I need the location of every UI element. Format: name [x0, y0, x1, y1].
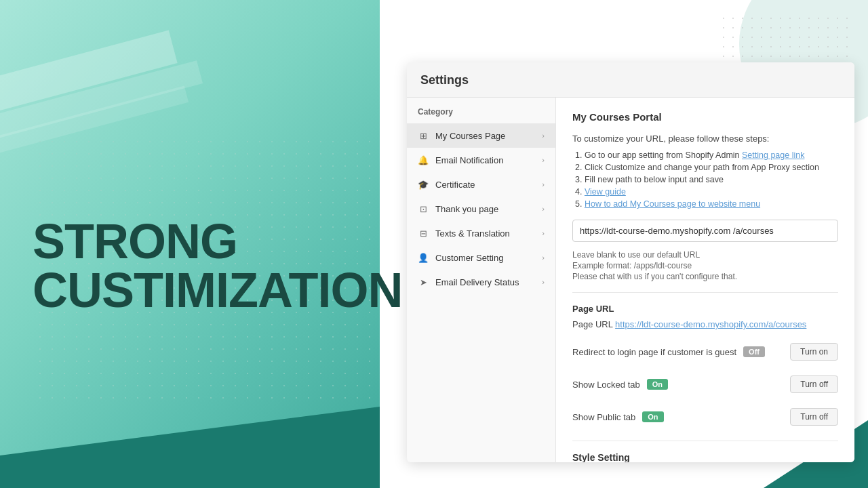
toggle-locked-status: On — [647, 379, 668, 390]
steps-list: 1. Go to our app setting from Shopify Ad… — [572, 150, 838, 209]
chevron-right-icon: › — [542, 180, 545, 188]
hint-1: Leave blank to use our default URL — [572, 250, 838, 260]
page-url-link[interactable]: https://ldt-course-demo.myshopify.com/a/… — [615, 319, 806, 329]
sidebar-item-left: ➤ Email Delivery Status — [418, 277, 519, 287]
url-input[interactable] — [572, 220, 838, 242]
toggle-redirect-label: Redirect to login page if customer is gu… — [572, 347, 736, 357]
sidebar-item-my-courses-page[interactable]: ⊞ My Courses Page › — [407, 123, 555, 148]
settings-header: Settings — [407, 62, 854, 98]
sidebar-item-customer-setting[interactable]: 👤 Customer Setting › — [407, 245, 555, 270]
toggle-locked-label: Show Locked tab — [572, 380, 640, 390]
step-2: 2. Click Customize and change your path … — [572, 163, 838, 172]
view-guide-link[interactable]: View guide — [585, 187, 626, 197]
section-divider-1 — [572, 292, 838, 293]
certificate-icon: 🎓 — [418, 179, 429, 190]
step-2-text: Click Customize and change your path fro… — [585, 163, 819, 172]
grid-icon: ⊞ — [418, 130, 429, 141]
sidebar-label-certificate: Certificate — [435, 180, 475, 190]
step-4-num: 4. — [575, 187, 582, 197]
toggle-public-status: On — [642, 411, 663, 422]
chevron-right-icon: › — [542, 229, 545, 237]
step-1: 1. Go to our app setting from Shopify Ad… — [572, 150, 838, 160]
settings-panel: Settings Category ⊞ My Courses Page › 🔔 … — [407, 62, 854, 462]
sidebar-item-email-notification[interactable]: 🔔 Email Notification › — [407, 148, 555, 172]
sidebar-label-my-courses: My Courses Page — [435, 131, 505, 141]
url-input-row — [572, 220, 838, 242]
sidebar-item-left: ⊟ Texts & Translation — [418, 228, 510, 239]
chevron-right-icon: › — [542, 205, 545, 213]
hint-3-end: if you can't configure that. — [642, 272, 737, 281]
sidebar-item-certificate[interactable]: 🎓 Certificate › — [407, 172, 555, 197]
chevron-right-icon: › — [542, 156, 545, 164]
bell-icon: 🔔 — [418, 155, 429, 165]
sidebar-item-left: 🎓 Certificate — [418, 179, 475, 190]
setting-page-link[interactable]: Setting page link — [742, 150, 804, 160]
sidebar-item-thank-you-page[interactable]: ⊡ Thank you page › — [407, 197, 555, 221]
page-url-section: Page URL Page URL https://ldt-course-dem… — [572, 304, 838, 329]
toggle-redirect-button[interactable]: Turn on — [790, 343, 838, 361]
sidebar-label-thank-you: Thank you page — [435, 204, 498, 214]
toggle-left-public: Show Public tab On — [572, 411, 664, 422]
toggle-public-tab: Show Public tab On Turn off — [572, 404, 838, 430]
chevron-right-icon: › — [542, 253, 545, 262]
hint-3-text: Please — [572, 272, 599, 281]
settings-sidebar: Category ⊞ My Courses Page › 🔔 Email Not… — [407, 98, 556, 462]
send-icon: ➤ — [418, 277, 429, 287]
user-icon: 👤 — [418, 252, 429, 263]
sidebar-label-customer: Customer Setting — [435, 253, 503, 263]
sidebar-item-left: ⊞ My Courses Page — [418, 130, 505, 141]
page-url-prefix: Page URL — [572, 319, 615, 329]
toggle-locked-tab: Show Locked tab On Turn off — [572, 371, 838, 397]
settings-body: Category ⊞ My Courses Page › 🔔 Email Not… — [407, 98, 854, 462]
settings-content: My Courses Portal To customize your URL,… — [556, 98, 854, 462]
hint-2: Example format: /apps/ldt-course — [572, 261, 838, 270]
toggle-public-button[interactable]: Turn off — [790, 408, 838, 426]
page-url-heading: Page URL — [572, 304, 838, 314]
chat-with-us-link[interactable]: chat with us — [599, 272, 642, 281]
step-2-num: 2. — [575, 163, 582, 172]
add-courses-menu-link[interactable]: How to add My Courses page to website me… — [585, 199, 760, 209]
step-4: 4. View guide — [572, 187, 838, 197]
translate-icon: ⊟ — [418, 228, 429, 239]
section-divider-2 — [572, 441, 838, 441]
toggle-locked-button[interactable]: Turn off — [790, 375, 838, 393]
hero-line2: CUSTIMIZATION — [33, 266, 403, 314]
step-5: 5. How to add My Courses page to website… — [572, 199, 838, 209]
sidebar-label-delivery: Email Delivery Status — [435, 277, 519, 287]
sidebar-item-texts-translation[interactable]: ⊟ Texts & Translation › — [407, 221, 555, 245]
layout-icon: ⊡ — [418, 203, 429, 214]
step-1-text: Go to our app setting from Shopify Admin — [585, 150, 742, 160]
toggle-left-locked: Show Locked tab On — [572, 379, 668, 390]
sidebar-item-email-delivery[interactable]: ➤ Email Delivery Status › — [407, 270, 555, 294]
settings-title: Settings — [420, 73, 841, 87]
hero-text: STRONG CUSTIMIZATION — [33, 217, 403, 314]
url-instruction: To customize your URL, please follow the… — [572, 134, 838, 144]
hero-line1: STRONG — [33, 217, 403, 266]
step-3: 3. Fill new path to below input and save — [572, 175, 838, 184]
step-5-num: 5. — [575, 199, 582, 209]
toggle-redirect-status: Off — [743, 346, 765, 357]
sidebar-label-email-notif: Email Notification — [435, 155, 503, 165]
step-1-num: 1. — [575, 150, 582, 160]
category-header: Category — [407, 98, 555, 123]
sidebar-label-texts: Texts & Translation — [435, 228, 510, 239]
hint-3: Please chat with us if you can't configu… — [572, 272, 838, 281]
toggle-public-label: Show Public tab — [572, 412, 635, 422]
toggle-left-redirect: Redirect to login page if customer is gu… — [572, 346, 765, 357]
chevron-right-icon: › — [542, 278, 545, 286]
step-3-text: Fill new path to below input and save — [585, 175, 724, 184]
style-setting-title: Style Setting — [572, 452, 838, 462]
sidebar-item-left: 🔔 Email Notification — [418, 155, 503, 165]
page-url-value: Page URL https://ldt-course-demo.myshopi… — [572, 319, 838, 329]
sidebar-item-left: 👤 Customer Setting — [418, 252, 503, 263]
chevron-right-icon: › — [542, 131, 545, 140]
sidebar-item-left: ⊡ Thank you page — [418, 203, 498, 214]
portal-title: My Courses Portal — [572, 111, 838, 123]
step-3-num: 3. — [575, 175, 582, 184]
toggle-redirect-login: Redirect to login page if customer is gu… — [572, 339, 838, 365]
